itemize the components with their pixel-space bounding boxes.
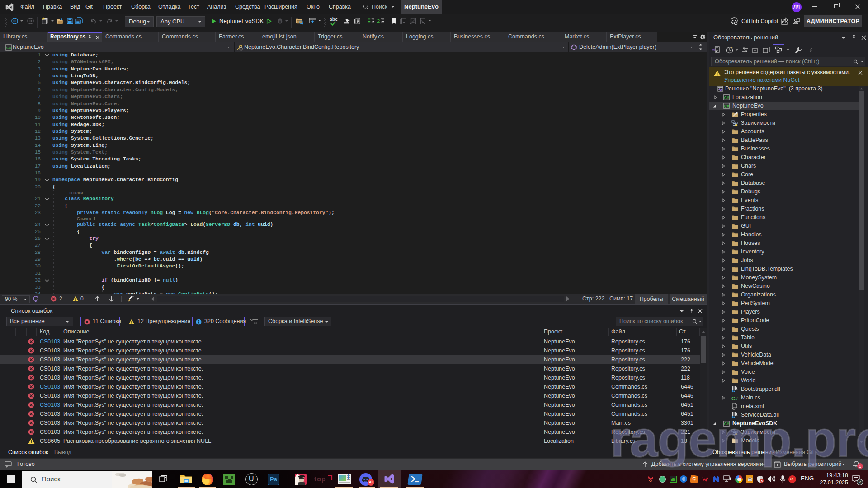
svg-text:C#: C# (724, 95, 729, 100)
svg-text:C#: C# (724, 104, 729, 108)
svg-text:2: 2 (377, 19, 380, 24)
svg-text:C#: C# (6, 45, 12, 50)
